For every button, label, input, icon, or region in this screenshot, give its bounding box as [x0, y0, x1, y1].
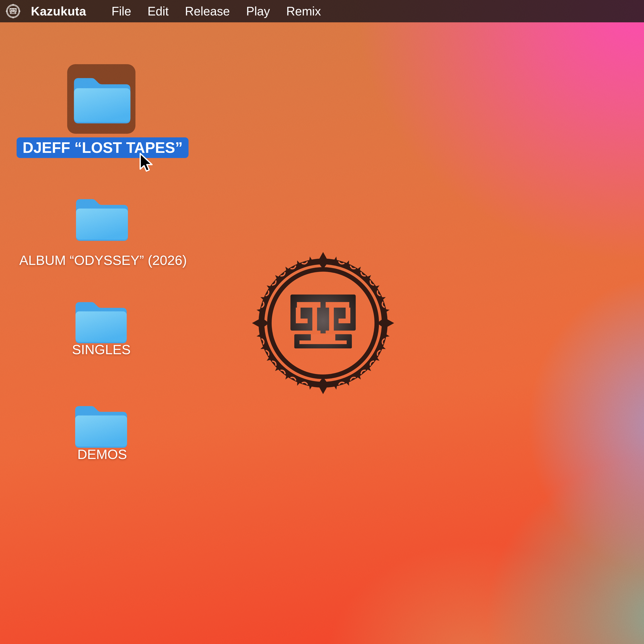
folder-label[interactable]: DJEFF “LOST TAPES”: [17, 137, 188, 158]
folder-icon[interactable]: [74, 298, 128, 343]
menu-item-remix[interactable]: Remix: [286, 4, 321, 18]
menu-item-file[interactable]: File: [111, 4, 131, 18]
folder-icon[interactable]: [72, 73, 132, 123]
menu-item-play[interactable]: Play: [246, 4, 270, 18]
folder-label[interactable]: DEMOS: [77, 447, 127, 462]
app-menu-title[interactable]: Kazukuta: [31, 4, 86, 18]
folder-label[interactable]: SINGLES: [72, 342, 131, 357]
mouse-cursor-icon: [137, 152, 157, 173]
menu-item-edit[interactable]: Edit: [147, 4, 169, 18]
kazukuta-emblem: [248, 248, 398, 398]
kazukuta-logo-icon[interactable]: [5, 3, 21, 19]
folder-icon[interactable]: [73, 402, 129, 448]
folder-icon[interactable]: [74, 195, 130, 241]
folder-label[interactable]: ALBUM “ODYSSEY” (2026): [19, 252, 187, 268]
menu-bar: Kazukuta File Edit Release Play Remix: [0, 0, 644, 22]
menu-item-release[interactable]: Release: [185, 4, 230, 18]
